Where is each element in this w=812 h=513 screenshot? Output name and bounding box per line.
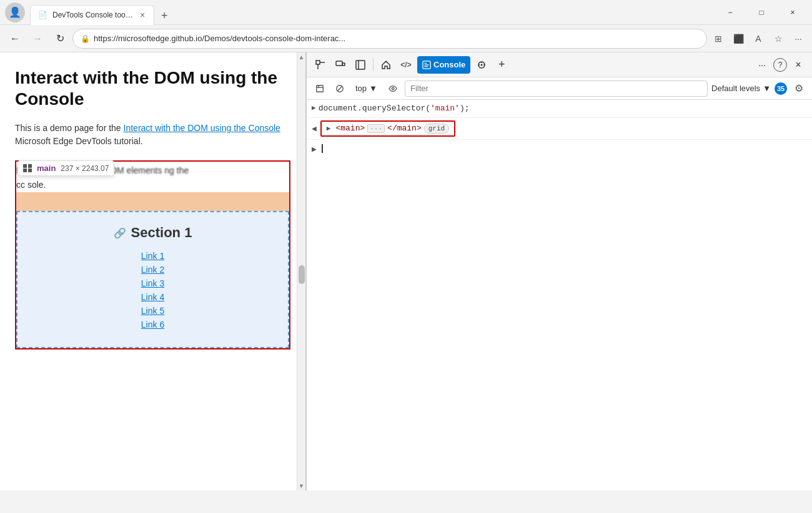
cursor [322,144,323,153]
dom-overlay-area: main 237 × 2243.07 It contains a variety… [15,160,290,349]
reading-view-button[interactable]: ⊞ [710,30,727,47]
minimize-button[interactable]: − [716,2,745,22]
more-tools-button[interactable]: ··· [753,56,771,74]
grid-icon [23,164,32,173]
message-count-badge: 35 [775,82,787,95]
section-title: Section 1 [131,225,192,241]
section-links: Link 1 Link 2 Link 3 Link 4 Link 5 Link … [30,251,275,330]
home-icon-button[interactable] [377,56,395,74]
window-controls: − □ × [716,2,807,22]
console-toolbar: top ▼ Default levels ▼ 35 ⚙ [307,77,812,100]
eye-button[interactable] [385,81,401,97]
dom-tooltip: main 237 × 2243.07 [17,160,114,176]
title-bar-left: 👤 [5,2,25,22]
top-dropdown-button[interactable]: top ▼ [352,81,381,97]
section-link-5[interactable]: Link 5 [30,306,275,316]
new-tab-button[interactable]: + [154,7,174,25]
console-command-1: document.querySelector('main'); [319,102,470,115]
section-link-1[interactable]: Link 1 [30,251,275,261]
no-ban-button[interactable] [332,81,348,97]
profile-avatar[interactable]: 👤 [5,2,25,22]
address-box[interactable]: 🔒 https://microsoftedge.github.io/Demos/… [72,29,707,49]
scroll-thumb[interactable] [299,265,305,284]
address-actions: ⊞ ⬛ A ☆ ··· [710,30,807,47]
split-tab-button[interactable]: ⬛ [730,30,747,47]
dropdown-arrow: ▼ [369,84,377,93]
default-levels-arrow: ▼ [763,84,771,93]
svg-line-20 [337,86,342,91]
main-content: ▲ ▼ Interact with the DOM using the Cons… [0,52,812,491]
add-tool-button[interactable]: + [493,56,510,74]
top-label: top [355,84,367,93]
partial-text2: cc sole. [16,180,289,192]
forward-button: → [27,29,47,49]
svg-point-21 [392,87,394,90]
svg-rect-0 [316,61,320,64]
sidebar-button[interactable] [352,56,369,74]
font-button[interactable]: A [750,30,767,47]
expand-arrow[interactable]: ▶ [327,124,331,132]
active-tab[interactable]: 📄 DevTools Console tool DOM inte × [30,5,154,25]
devtools-close-button[interactable]: × [790,56,807,74]
scroll-down-arrow[interactable]: ▼ [299,482,305,489]
elements-icon-button[interactable]: </> [397,56,415,74]
section-link-6[interactable]: Link 6 [30,320,275,330]
desc-before-link: This is a demo page for the [15,123,124,133]
more-button[interactable]: ··· [790,30,807,47]
console-tab-label: Console [433,60,465,69]
scroll-bar[interactable]: ▲ ▼ [297,52,305,491]
device-emulation-button[interactable] [332,56,349,74]
favorites-button[interactable]: ☆ [770,30,787,47]
console-settings-button[interactable]: ⚙ [791,81,807,97]
title-bar: 👤 📄 DevTools Console tool DOM inte × + −… [0,0,812,25]
webpage: ▲ ▼ Interact with the DOM using the Cons… [0,52,306,491]
tooltip-size: 237 × 2243.07 [61,164,109,173]
prompt-arrow-1[interactable]: ▶ [312,102,316,112]
address-text: https://microsoftedge.github.io/Demos/de… [94,34,699,43]
section-link-4[interactable]: Link 4 [30,292,275,302]
clear-console-button[interactable] [312,81,328,97]
svg-rect-5 [356,61,365,69]
desc-after-link: Microsoft Edge DevTools tutorial. [15,136,143,146]
inspect-element-button[interactable] [312,56,329,74]
default-levels-dropdown[interactable]: Default levels ▼ [711,84,771,93]
refresh-button[interactable]: ↻ [50,29,70,49]
default-levels-label: Default levels [711,84,760,93]
prompt-2: ▶ [312,143,317,154]
debug-icon-button[interactable] [473,56,490,74]
svg-point-15 [481,64,483,66]
lock-icon: 🔒 [81,34,90,43]
separator-1 [373,59,374,71]
tag-ellipsis: ··· [367,124,385,133]
tab-title: DevTools Console tool DOM inte [52,11,134,19]
section-link-2[interactable]: Link 2 [30,265,275,275]
devtools-right-controls: ··· ? × [753,56,807,74]
link-icon: 🔗 [114,227,126,239]
close-button[interactable]: × [778,2,807,22]
console-tab-active[interactable]: Console [417,56,470,74]
tab-bar: 📄 DevTools Console tool DOM inte × + [25,0,716,25]
filter-input[interactable] [405,81,708,97]
address-bar-row: ← → ↻ 🔒 https://microsoftedge.github.io/… [0,25,812,52]
maximize-button[interactable]: □ [747,2,776,22]
svg-rect-4 [342,63,345,66]
result-left-arrow[interactable]: ◀ [312,124,317,134]
console-input-line-1: ▶ document.querySelector('main'); [307,100,812,118]
tag-open: <main> [335,124,365,133]
svg-rect-3 [336,61,342,66]
result-highlight-box: ▶ <main> ··· </main> grid [320,120,455,137]
page-description: This is a demo page for the Interact wit… [15,122,290,148]
peach-bar [16,192,289,211]
console-input-line-2[interactable]: ▶ [307,140,812,157]
page-title: Interact with the DOM using the Console [15,67,290,109]
help-button[interactable]: ? [773,58,787,72]
devtools-toolbar: </> Console + [307,52,812,77]
message-count: 35 [775,82,787,95]
highlighted-section: 🔗 Section 1 Link 1 Link 2 Link 3 Link 4 … [16,211,289,348]
section-link-3[interactable]: Link 3 [30,278,275,288]
tab-close-button[interactable]: × [139,10,146,20]
scroll-up-arrow[interactable]: ▲ [299,54,305,61]
back-button[interactable]: ← [5,29,25,49]
section-header: 🔗 Section 1 [30,225,275,241]
tutorial-link[interactable]: Interact with the DOM using the Console [124,123,280,133]
